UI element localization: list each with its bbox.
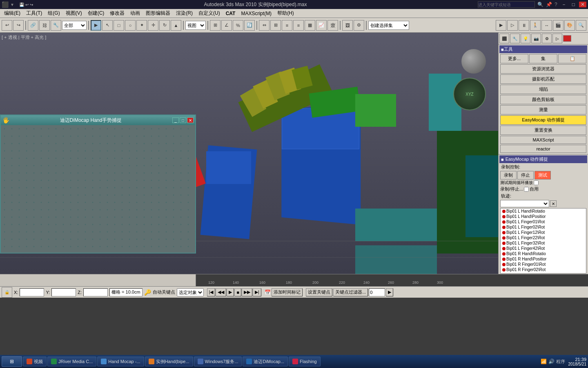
menu-graph-editor[interactable]: 图形编辑器 [143, 9, 173, 18]
set-key-btn[interactable]: 设置关键点 [306, 288, 332, 296]
mat-editor-btn[interactable]: 🎨 [564, 20, 575, 31]
menu-help[interactable]: 帮助(H) [275, 9, 296, 18]
schematic-btn[interactable]: 🕸 [327, 20, 338, 31]
snap-toggle-btn[interactable]: ⊞ [210, 20, 220, 31]
dimocap-minimize-btn[interactable]: _ [172, 117, 179, 123]
track-item-1[interactable]: Bip01 L Hand\Positior [501, 214, 586, 219]
track-item-11[interactable]: Bip01 R Finger02\Rot [501, 267, 586, 272]
measure-btn[interactable]: 测量 [500, 105, 586, 114]
x-input[interactable] [20, 288, 44, 296]
menu-render[interactable]: 渲染(R) [174, 9, 195, 18]
menu-maxscript[interactable]: MAXScript(M) [238, 10, 274, 17]
create-set-select[interactable]: 创建选择集 [368, 21, 409, 30]
rp-icon-6[interactable]: ▷ [552, 34, 562, 43]
biped-btn[interactable]: 🚶 [530, 20, 541, 31]
bind-btn[interactable]: 🔧 [51, 20, 61, 31]
render-settings-btn[interactable]: ⚙ [354, 20, 364, 31]
snap-angle-btn[interactable]: ∠ [221, 20, 232, 31]
em-auto-checkbox[interactable] [524, 187, 529, 192]
menu-tools[interactable]: 工具(T) [24, 9, 45, 18]
z-input[interactable] [83, 288, 108, 296]
undo-btn[interactable]: ↩ [2, 20, 12, 31]
search-input[interactable] [478, 1, 535, 8]
menu-view[interactable]: 视图(V) [63, 9, 85, 18]
track-item-7[interactable]: Bip01 L Finger42\Rot [501, 246, 586, 251]
frame-input[interactable] [369, 288, 385, 296]
render2-btn[interactable]: 🎬 [553, 20, 564, 31]
snap-spinner-btn[interactable]: 🔄 [244, 20, 255, 31]
asset-browser-btn[interactable]: 资源浏览器 [500, 64, 586, 74]
dimocap-close-btn[interactable]: ✕ [187, 117, 194, 123]
rp-icon-5[interactable]: ⚙ [542, 34, 552, 43]
menu-animation[interactable]: 动画 [128, 9, 143, 18]
dimocap-maximize-btn[interactable]: □ [180, 117, 186, 123]
align-btn[interactable]: ≡ [282, 20, 292, 31]
render-btn[interactable]: 🖼 [342, 20, 353, 31]
menu-group[interactable]: 组(G) [45, 9, 62, 18]
go-start-btn[interactable]: |◀ [207, 288, 216, 296]
rp-icon-2[interactable]: 🔧 [510, 34, 520, 43]
track-item-3[interactable]: Bip01 L Finger02\Rot [501, 224, 586, 230]
viewport-select[interactable]: 视图 [185, 21, 206, 30]
maxscript-btn[interactable]: MAXScript [500, 136, 586, 144]
snap-percent-btn[interactable]: % [233, 20, 243, 31]
set-btn[interactable]: 集 [529, 54, 557, 63]
pin-icon[interactable]: 📌 [546, 2, 552, 7]
easymocap-btn[interactable]: EasyMocap 动作捕捉 [500, 115, 586, 125]
menu-edit[interactable]: 编辑(E) [2, 9, 23, 18]
menu-customize[interactable]: 自定义(U) [196, 9, 223, 18]
prev-frame-btn[interactable]: ◀◀ [216, 288, 226, 296]
reset-transform-btn[interactable]: 重置变换 [500, 126, 586, 135]
frame-type-btn[interactable]: ▶ [386, 288, 393, 296]
task-jriver[interactable]: JRiver Media C... [47, 357, 96, 366]
task-handmocap[interactable]: Hand Mocap -... [97, 357, 144, 366]
minimize-btn[interactable]: － [560, 1, 568, 8]
task-win7[interactable]: Windows7服务... [194, 357, 242, 366]
task-video[interactable]: 视频 [23, 357, 47, 366]
link-btn[interactable]: 🔗 [28, 20, 38, 31]
search-icon[interactable]: 🔍 [537, 2, 543, 7]
stop-btn[interactable]: ■ [234, 288, 241, 296]
color-swatch[interactable] [563, 35, 571, 42]
select-btn[interactable]: ▶ [91, 20, 101, 31]
menu-modifier[interactable]: 修改器 [107, 9, 127, 18]
layer-btn[interactable]: ▦ [305, 20, 315, 31]
select-circle-btn[interactable]: ○ [125, 20, 136, 31]
camera-match-btn[interactable]: 摄影机匹配 [500, 74, 586, 84]
color-clipboard-btn[interactable]: 颜色剪贴板 [500, 95, 586, 104]
start-btn[interactable]: ⊞ [2, 356, 22, 367]
em-track-select[interactable] [500, 200, 549, 207]
track-item-8[interactable]: Bip01 R Hand\Rotatio [501, 251, 586, 256]
close-btn[interactable]: ✕ [579, 2, 586, 7]
em-test-btn[interactable]: 测试 [535, 171, 551, 180]
em-loop-checkbox[interactable] [534, 180, 539, 185]
filter-btn[interactable]: 关键点过滤器... [333, 288, 368, 296]
task-flashing[interactable]: Flashing [289, 357, 321, 366]
rotate-btn[interactable]: ↻ [159, 20, 170, 31]
redo-btn[interactable]: ↪ [13, 20, 24, 31]
track-list[interactable]: Bip01 L Hand\Rotatio Bip01 L Hand\Positi… [500, 208, 586, 274]
task-3dsmax[interactable]: 实例Hand(bipe... [145, 357, 193, 366]
play-btn[interactable]: ▶ [227, 288, 234, 296]
track-item-6[interactable]: Bip01 L Finger32\Rot [501, 240, 586, 246]
reactor-btn[interactable]: reactor [500, 145, 586, 153]
menu-cat[interactable]: CAT [223, 10, 238, 17]
collapse-btn[interactable]: 塌陷 [500, 85, 586, 94]
scale-btn[interactable]: ▲ [171, 20, 181, 31]
rp-icon-4[interactable]: 📷 [531, 34, 541, 43]
add-time-btn[interactable]: 添加时间标记 [272, 288, 303, 296]
em-stop-btn[interactable]: 停止 [517, 171, 534, 180]
track-item-0[interactable]: Bip01 L Hand\Rotatio [501, 209, 586, 214]
select-move-btn[interactable]: ↖ [102, 20, 113, 31]
next-frame-btn[interactable]: ▶▶ [242, 288, 252, 296]
rp-icon-3[interactable]: 💡 [521, 34, 530, 43]
track-item-9[interactable]: Bip01 R Hand\Positior [501, 256, 586, 262]
icon-btn[interactable]: 📋 [558, 54, 586, 63]
track-item-10[interactable]: Bip01 R Finger01\Rot [501, 262, 586, 267]
track-bar-btn[interactable]: ⏸ [519, 20, 529, 31]
search-tb-btn[interactable]: 🔍 [576, 20, 586, 31]
dimocap-titlebar[interactable]: 🖐 迪迈DiMocap Hand手势捕捉 _ □ ✕ [1, 115, 195, 125]
view-mode-select[interactable]: 全部 [62, 21, 87, 30]
curve-editor-btn[interactable]: 📈 [316, 20, 327, 31]
anim-btn[interactable]: ▷ [507, 20, 518, 31]
